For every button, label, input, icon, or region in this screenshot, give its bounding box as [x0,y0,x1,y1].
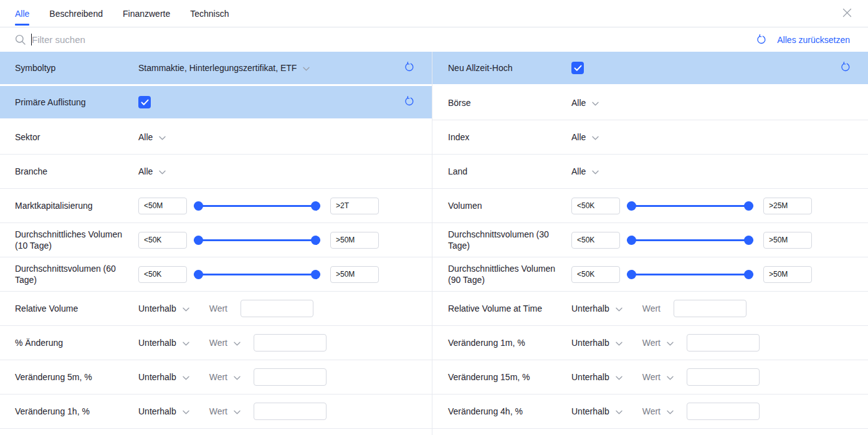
dropdown-value: Alle [571,166,586,176]
durchschnittsvolumen-30-tage-max-input[interactable] [763,232,812,249]
condition-value: Unterhalb [571,406,609,416]
symboltyp-reset-button[interactable] [403,60,416,75]
veraenderung-4h-value-mode-dropdown[interactable]: Wert [642,406,674,416]
durchschnittliches-volumen-90-tage-max-input[interactable] [763,266,812,283]
durchschnittliches-volumen-90-tage-slider-min-handle[interactable] [627,270,636,279]
durchschnittsvolumen-30-tage-slider[interactable] [627,236,753,245]
close-button[interactable] [840,6,854,22]
chevron-down-icon [616,376,622,380]
veraenderung-1h-value-mode-dropdown[interactable]: Wert [209,406,241,416]
volumen-max-input[interactable] [763,198,812,214]
close-icon [842,8,852,19]
reset-all-label: Alles zurücksetzen [777,35,850,45]
reset-icon [756,34,766,45]
veraenderung-1m-condition-dropdown[interactable]: Unterhalb [571,338,622,348]
symboltyp-dropdown[interactable]: Stammaktie, Hinterlegungszertifikat, ETF [138,63,310,73]
index-dropdown[interactable]: Alle [571,132,599,142]
dropdown-value: Alle [571,132,586,142]
veraenderung-1h-value-input[interactable] [254,403,327,420]
dropdown-value: Alle [138,132,153,142]
durchschnittliches-volumen-10-tage-slider-min-handle[interactable] [194,236,203,245]
tab-finanzwerte[interactable]: Finanzwerte [123,0,170,27]
slider-track [194,239,320,241]
filter-label: Primäre Auflistung [15,97,138,108]
filter-search-input[interactable] [32,34,756,45]
tab-alle[interactable]: Alle [15,0,29,27]
check-icon [574,65,582,72]
durchschnittliches-volumen-90-tage-slider[interactable] [627,270,753,279]
marktkapitalisierung-min-input[interactable] [138,198,187,214]
durchschnittliches-volumen-10-tage-slider[interactable] [194,236,320,245]
primaere-auflistung-checkbox[interactable] [138,96,151,108]
veraenderung-1m-value-input[interactable] [687,334,760,351]
durchschnittsvolumen-60-tage-slider[interactable] [194,270,320,279]
veraenderung-15m-value-input[interactable] [687,368,760,386]
filter-label: Börse [448,97,571,108]
filter-row-volumen: Volumen [432,189,868,223]
marktkapitalisierung-slider-max-handle[interactable] [311,201,320,211]
chevron-down-icon [183,410,189,414]
pct-aenderung-value-input[interactable] [254,334,327,351]
value-mode-label: Wert [209,338,227,348]
reset-all-button[interactable]: Alles zurücksetzen [756,34,850,45]
relative-volume-condition-dropdown[interactable]: Unterhalb [138,304,189,313]
neu-allzeit-hoch-reset-button[interactable] [839,60,852,75]
pct-aenderung-value-mode-dropdown[interactable]: Wert [209,338,241,348]
filter-row-relative-volume: Relative VolumeUnterhalbWert [0,292,432,326]
pct-aenderung-condition-dropdown[interactable]: Unterhalb [138,338,189,348]
neu-allzeit-hoch-checkbox[interactable] [571,62,584,74]
filter-label: Veränderung 1h, % [15,406,138,417]
land-dropdown[interactable]: Alle [571,166,599,176]
veraenderung-15m-condition-dropdown[interactable]: Unterhalb [571,372,622,382]
durchschnittsvolumen-30-tage-slider-max-handle[interactable] [744,236,753,245]
dropdown-value: Stammaktie, Hinterlegungszertifikat, ETF [138,63,297,73]
relative-volume-at-time-condition-dropdown[interactable]: Unterhalb [571,304,622,313]
relative-volume-value-input[interactable] [241,300,313,317]
volumen-min-input[interactable] [571,198,620,214]
durchschnittliches-volumen-90-tage-slider-max-handle[interactable] [744,270,753,279]
marktkapitalisierung-max-input[interactable] [330,198,379,214]
sektor-dropdown[interactable]: Alle [138,132,166,142]
text-caret [31,34,32,45]
tab-technisch[interactable]: Technisch [190,0,229,27]
relative-volume-at-time-value-label: Wert [642,304,661,313]
filter-column-right: Neu Allzeit-HochBörseAlleIndexAlleLandAl… [432,52,868,435]
veraenderung-5m-condition-dropdown[interactable]: Unterhalb [138,372,189,382]
chevron-down-icon [616,342,622,346]
durchschnittsvolumen-60-tage-max-input[interactable] [330,266,379,283]
tab-beschreibend[interactable]: Beschreibend [49,0,103,27]
volumen-slider-min-handle[interactable] [627,201,636,211]
chevron-down-icon [667,410,674,414]
durchschnittliches-volumen-10-tage-slider-max-handle[interactable] [311,236,320,245]
slider-track [627,274,753,275]
veraenderung-15m-value-mode-dropdown[interactable]: Wert [642,372,674,382]
veraenderung-1h-condition-dropdown[interactable]: Unterhalb [138,406,189,416]
screener-filter-dialog: Alle Beschreibend Finanzwerte Technisch … [0,0,868,435]
veraenderung-4h-condition-dropdown[interactable]: Unterhalb [571,406,622,416]
veraenderung-1m-value-mode-dropdown[interactable]: Wert [642,338,674,348]
chevron-down-icon [234,410,241,414]
durchschnittliches-volumen-10-tage-min-input[interactable] [138,232,187,249]
durchschnittliches-volumen-10-tage-max-input[interactable] [330,232,379,249]
marktkapitalisierung-slider-min-handle[interactable] [194,201,203,211]
durchschnittsvolumen-30-tage-min-input[interactable] [571,232,620,249]
condition-value: Unterhalb [571,338,609,348]
volumen-slider-max-handle[interactable] [744,201,753,211]
durchschnittsvolumen-60-tage-slider-max-handle[interactable] [311,270,320,279]
primaere-auflistung-reset-button[interactable] [403,95,416,110]
search-icon [15,34,26,45]
relative-volume-at-time-value-input[interactable] [674,300,746,317]
boerse-dropdown[interactable]: Alle [571,98,599,108]
veraenderung-5m-value-input[interactable] [254,368,327,386]
volumen-slider[interactable] [627,201,753,211]
durchschnittliches-volumen-90-tage-min-input[interactable] [571,266,620,283]
durchschnittsvolumen-30-tage-slider-min-handle[interactable] [627,236,636,245]
veraenderung-5m-value-mode-dropdown[interactable]: Wert [209,372,241,382]
marktkapitalisierung-slider[interactable] [194,201,320,211]
branche-dropdown[interactable]: Alle [138,166,166,176]
veraenderung-4h-value-input[interactable] [687,403,760,420]
durchschnittsvolumen-60-tage-min-input[interactable] [138,266,187,283]
durchschnittsvolumen-60-tage-slider-min-handle[interactable] [194,270,203,279]
filter-row-branche: BrancheAlle [0,155,432,189]
filter-row-veraenderung-4h: Veränderung 4h, %UnterhalbWert [432,394,868,429]
